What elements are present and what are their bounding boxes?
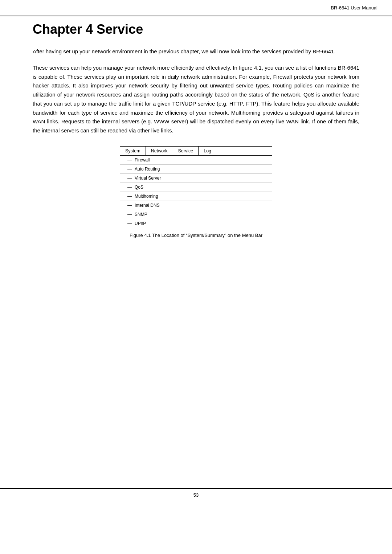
footer-bar xyxy=(0,488,392,489)
dash-icon: — xyxy=(127,194,132,199)
menu-item-auto-routing[interactable]: — Auto Routing xyxy=(120,165,272,174)
tab-network[interactable]: Network xyxy=(146,147,173,155)
tab-system[interactable]: System xyxy=(120,147,146,155)
dash-icon: — xyxy=(127,185,132,190)
menu-diagram: System Network Service Log — Firewall xyxy=(120,146,272,228)
tab-log[interactable]: Log xyxy=(199,147,216,155)
menu-tabs: System Network Service Log xyxy=(120,147,272,156)
dash-icon: — xyxy=(127,221,132,226)
menu-item-upnp[interactable]: — UPnP xyxy=(120,219,272,228)
tab-service[interactable]: Service xyxy=(173,147,199,155)
menu-item-snmp[interactable]: — SNMP xyxy=(120,210,272,219)
figure-caption: Figure 4.1 The Location of “System/Summa… xyxy=(130,233,262,238)
paragraph-2: These services can help you manage your … xyxy=(33,63,359,135)
chapter-title: Chapter 4 Service xyxy=(33,22,359,37)
menu-item-multihoming[interactable]: — Multihoming xyxy=(120,192,272,201)
menu-item-qos[interactable]: — QoS xyxy=(120,183,272,192)
menu-item-virtual-server[interactable]: — Virtual Server xyxy=(120,174,272,183)
menu-items-list: — Firewall — Auto Routing — Virtual Serv… xyxy=(120,156,272,228)
dash-icon: — xyxy=(127,167,132,172)
dash-icon: — xyxy=(127,157,132,163)
menu-item-internal-dns[interactable]: — Internal DNS xyxy=(120,201,272,210)
header-title: BR-6641 User Manual xyxy=(331,5,377,11)
menu-item-firewall[interactable]: — Firewall xyxy=(120,156,272,165)
dash-icon: — xyxy=(127,176,132,181)
dash-icon: — xyxy=(127,212,132,217)
header-bar: BR-6641 User Manual xyxy=(0,0,392,16)
dash-icon: — xyxy=(127,203,132,208)
main-content: Chapter 4 Service After having set up yo… xyxy=(33,22,359,238)
page-number: 53 xyxy=(193,492,199,498)
paragraph-1: After having set up your network environ… xyxy=(33,47,359,56)
figure-container: System Network Service Log — Firewall xyxy=(33,146,359,238)
